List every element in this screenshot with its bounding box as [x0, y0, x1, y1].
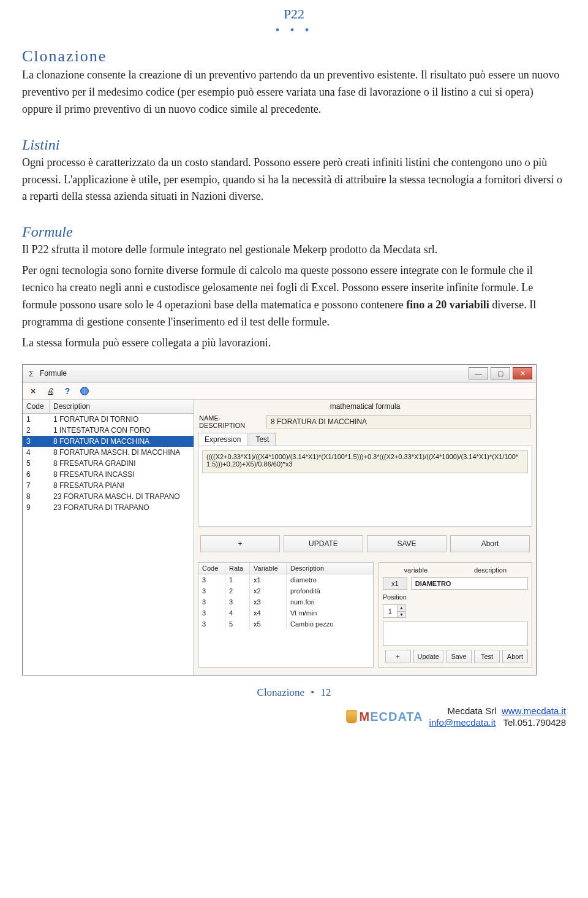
footer-section-name: Clonazione — [257, 687, 304, 698]
list-item-code: 5 — [23, 458, 50, 469]
variable-name-field[interactable]: x1 — [383, 577, 407, 590]
var-update-button[interactable]: Update — [413, 650, 443, 663]
list-item-description: 8 FORATURA DI MACCHINA — [50, 436, 194, 447]
footer-page-number: 12 — [320, 687, 331, 698]
chevron-up-icon[interactable]: ▲ — [397, 605, 405, 611]
detail-pane: mathematical formula NAME-DESCRIPTION 8 … — [194, 400, 536, 675]
add-button[interactable]: + — [200, 535, 280, 552]
company-tel: Tel.051.790428 — [503, 717, 566, 728]
list-item[interactable]: 78 FRESATURA PIANI — [23, 480, 194, 491]
col-var-rata[interactable]: Rata — [225, 563, 250, 574]
var-add-button[interactable]: + — [385, 650, 411, 663]
brand-footer: MECDATA Mecdata Srl www.mecdata.it info@… — [0, 699, 588, 740]
db-icon — [346, 710, 357, 723]
window-title: Formule — [40, 369, 469, 378]
list-item-description: 8 FORATURA MASCH. DI MACCHINA — [50, 447, 194, 458]
document-body: Clonazione La clonazione consente la cre… — [0, 37, 588, 699]
footer-dot: • — [307, 687, 318, 698]
help-icon[interactable]: ? — [62, 386, 73, 397]
mecdata-logo: MECDATA — [346, 710, 423, 724]
list-item-description: 1 INTESTATURA CON FORO — [50, 425, 194, 436]
list-item-description: 8 FRESATURA INCASSI — [50, 469, 194, 480]
list-item-code: 6 — [23, 469, 50, 480]
var-save-button[interactable]: Save — [446, 650, 472, 663]
var-abort-button[interactable]: Abort — [502, 650, 528, 663]
print-icon[interactable]: 🖨 — [45, 386, 56, 397]
list-item-description: 1 FORATURA DI TORNIO — [50, 414, 194, 425]
list-item-code: 4 — [23, 447, 50, 458]
table-row[interactable]: 34x4Vt m/min — [198, 607, 373, 618]
app-window-formule: Σ Formule — ▢ ✕ × 🖨 ? Code Description 1… — [22, 364, 537, 675]
para-listini: Ogni processo è caratterizzato da un cos… — [22, 154, 566, 206]
lbl-variable: variable — [404, 566, 428, 574]
list-item-description: 23 FORATURA DI TRAPANO — [50, 502, 194, 513]
chevron-down-icon[interactable]: ▼ — [397, 611, 405, 617]
lbl-position: Position — [383, 593, 407, 601]
para-formule-1: Il P22 sfrutta il motore delle formule i… — [22, 242, 566, 259]
math-formula-label: mathematical formula — [194, 400, 536, 413]
document-header: P22 • • • — [0, 0, 588, 37]
list-item[interactable]: 21 INTESTATURA CON FORO — [23, 425, 194, 436]
web-icon[interactable] — [79, 386, 90, 397]
table-row[interactable]: 33x3num.fori — [198, 596, 373, 607]
tab-expression[interactable]: Expression — [198, 433, 247, 446]
maximize-button[interactable]: ▢ — [491, 367, 510, 379]
col-var-code[interactable]: Code — [198, 563, 225, 574]
list-item[interactable]: 11 FORATURA DI TORNIO — [23, 414, 194, 425]
brand-info: Mecdata Srl www.mecdata.it info@mecdata.… — [429, 705, 566, 729]
list-item[interactable]: 68 FRESATURA INCASSI — [23, 469, 194, 480]
heading-clonazione: Clonazione — [22, 47, 566, 66]
update-button[interactable]: UPDATE — [284, 535, 363, 552]
variables-table: Code Rata Variable Description 31x1diame… — [198, 562, 374, 668]
table-row[interactable]: 32x2profondità — [198, 585, 373, 596]
company-email-link[interactable]: info@mecdata.it — [429, 717, 496, 728]
var-test-button[interactable]: Test — [474, 650, 500, 663]
formula-list: Code Description 11 FORATURA DI TORNIO21… — [23, 400, 194, 675]
para-formule-2: Per ogni tecnologia sono fornite diverse… — [22, 262, 566, 331]
para-formule-3: La stessa formula può essere collegata a… — [22, 335, 566, 352]
position-value: 1 — [383, 606, 397, 616]
list-item[interactable]: 923 FORATURA DI TRAPANO — [23, 502, 194, 513]
sigma-icon: Σ — [26, 368, 36, 378]
list-item[interactable]: 823 FORATURA MASCH. DI TRAPANO — [23, 491, 194, 502]
col-header-description[interactable]: Description — [50, 400, 194, 413]
company-website-link[interactable]: www.mecdata.it — [502, 706, 566, 716]
save-button[interactable]: SAVE — [367, 535, 447, 552]
name-description-label: NAME-DESCRIPTION — [199, 414, 266, 429]
lbl-description: description — [474, 566, 507, 574]
table-row[interactable]: 35x5Cambio pezzo — [198, 618, 373, 630]
variable-notes-input[interactable] — [383, 622, 528, 646]
position-stepper[interactable]: 1 ▲ ▼ — [383, 604, 406, 618]
toolbar: × 🖨 ? — [23, 383, 536, 400]
list-item-code: 2 — [23, 425, 50, 436]
list-item[interactable]: 58 FRESATURA GRADINI — [23, 458, 194, 469]
expression-input[interactable]: ((((X2+0.33*X1)/((X4*1000)/(3.14*X1)*(X1… — [202, 450, 528, 473]
para-formule-2-bold: fino a 20 variabili — [406, 299, 489, 311]
close-button[interactable]: ✕ — [513, 367, 532, 379]
name-description-value[interactable]: 8 FORATURA DI MACCHINA — [266, 415, 531, 428]
close-icon[interactable]: × — [28, 386, 39, 397]
tab-test[interactable]: Test — [249, 433, 276, 446]
col-var-description[interactable]: Description — [287, 563, 373, 574]
col-header-code[interactable]: Code — [23, 400, 50, 413]
variable-description-field[interactable]: DIAMETRO — [411, 577, 528, 590]
col-var-variable[interactable]: Variable — [250, 563, 287, 574]
list-item[interactable]: 38 FORATURA DI MACCHINA — [23, 436, 194, 447]
list-item[interactable]: 48 FORATURA MASCH. DI MACCHINA — [23, 447, 194, 458]
heading-formule: Formule — [22, 224, 566, 240]
list-item-description: 23 FORATURA MASCH. DI TRAPANO — [50, 491, 194, 502]
para-clonazione: La clonazione consente la creazione di u… — [22, 67, 566, 118]
list-item-description: 8 FRESATURA PIANI — [50, 480, 194, 491]
variable-detail-panel: variable description x1 DIAMETRO Positio… — [379, 562, 532, 668]
minimize-button[interactable]: — — [469, 367, 488, 379]
header-dots: • • • — [0, 23, 588, 37]
list-item-code: 9 — [23, 502, 50, 513]
heading-listini: Listini — [22, 137, 566, 153]
list-item-code: 3 — [23, 436, 50, 447]
titlebar: Σ Formule — ▢ ✕ — [23, 365, 536, 383]
table-row[interactable]: 31x1diametro — [198, 574, 373, 585]
doc-code: P22 — [0, 6, 588, 22]
list-item-code: 7 — [23, 480, 50, 491]
list-item-code: 1 — [23, 414, 50, 425]
abort-button[interactable]: Abort — [450, 535, 530, 552]
